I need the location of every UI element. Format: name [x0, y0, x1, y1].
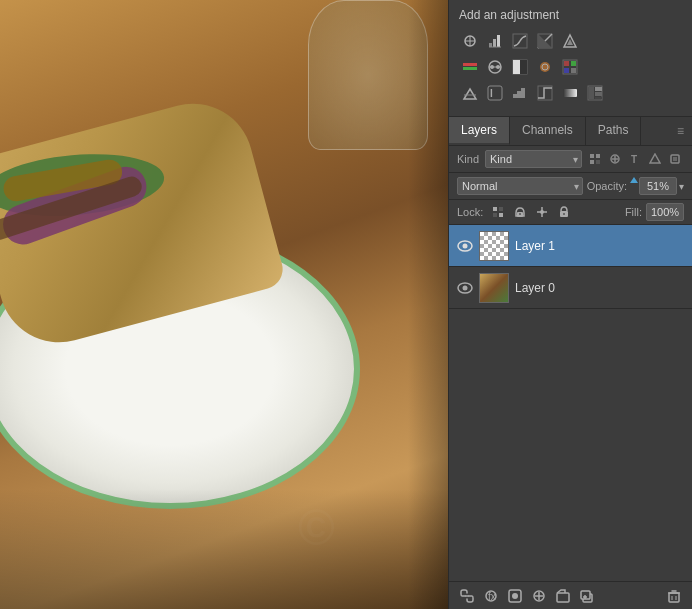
svg-point-48	[540, 210, 544, 214]
brightness-contrast-icon[interactable]	[459, 30, 481, 52]
adjustment-section: Add an adjustment	[449, 0, 692, 117]
channel-mixer-icon[interactable]	[559, 56, 581, 78]
layers-list: Layer 1 Layer 0	[449, 225, 692, 581]
svg-rect-9	[463, 67, 477, 70]
svg-rect-42	[493, 213, 497, 217]
new-group-button[interactable]	[553, 586, 573, 606]
curves-icon[interactable]	[509, 30, 531, 52]
add-layer-style-button[interactable]: fx	[481, 586, 501, 606]
add-mask-button[interactable]	[505, 586, 525, 606]
new-fill-adjustment-button[interactable]	[529, 586, 549, 606]
exposure-icon[interactable]	[534, 30, 556, 52]
svg-point-50	[563, 213, 565, 215]
photo-filter-icon[interactable]	[534, 56, 556, 78]
svg-point-54	[463, 285, 468, 290]
svg-rect-18	[564, 61, 569, 66]
svg-rect-33	[596, 154, 600, 158]
delete-layer-button[interactable]	[664, 586, 684, 606]
lock-transparent-icon[interactable]	[489, 203, 507, 221]
tab-layers[interactable]: Layers	[449, 117, 510, 145]
filter-smart-icon[interactable]	[666, 150, 684, 168]
layers-toolbar: fx	[449, 581, 692, 609]
hue-saturation-icon[interactable]	[459, 56, 481, 78]
posterize-icon[interactable]	[509, 82, 531, 104]
svg-rect-31	[595, 97, 602, 99]
kind-row: Kind Kind ▾	[449, 146, 692, 173]
kind-select[interactable]: Kind	[485, 150, 582, 168]
menu-lines-icon: ≡	[677, 124, 684, 138]
kind-label: Kind	[457, 153, 479, 165]
svg-rect-35	[596, 160, 600, 164]
selective-color-icon[interactable]	[584, 82, 606, 104]
svg-text:©: ©	[298, 500, 335, 556]
svg-rect-3	[493, 39, 496, 47]
lock-image-icon[interactable]	[511, 203, 529, 221]
svg-rect-28	[589, 87, 594, 99]
layer-item-layer0[interactable]: Layer 0	[449, 267, 692, 309]
lock-row: Lock:	[449, 200, 692, 225]
svg-rect-30	[595, 92, 602, 96]
canvas-area: ©	[0, 0, 448, 609]
layer-item-layer1[interactable]: Layer 1	[449, 225, 692, 267]
tabs-row: Layers Channels Paths ≡	[449, 117, 692, 146]
svg-rect-34	[590, 160, 594, 164]
watermark: ©	[288, 485, 408, 579]
tab-channels[interactable]: Channels	[510, 117, 586, 145]
color-lookup-icon[interactable]	[459, 82, 481, 104]
svg-point-59	[512, 593, 518, 599]
adjustment-title: Add an adjustment	[459, 8, 682, 22]
adjustment-icons-row2	[459, 56, 682, 78]
svg-rect-32	[590, 154, 594, 158]
svg-point-45	[519, 213, 521, 215]
svg-rect-41	[499, 207, 503, 211]
fill-value[interactable]: 100%	[646, 203, 684, 221]
black-white-icon[interactable]	[509, 56, 531, 78]
levels-icon[interactable]	[484, 30, 506, 52]
layer1-visibility-toggle[interactable]	[457, 238, 473, 254]
lock-all-icon[interactable]	[555, 203, 573, 221]
right-panel: Add an adjustment	[448, 0, 692, 609]
filter-shape-icon[interactable]	[646, 150, 664, 168]
svg-rect-8	[463, 63, 477, 66]
filter-pixel-icon[interactable]	[586, 150, 604, 168]
adjustment-icons-row1	[459, 30, 682, 52]
svg-text:I: I	[490, 88, 493, 99]
blend-mode-select[interactable]: Normal	[457, 177, 583, 195]
panel-menu-button[interactable]: ≡	[669, 117, 692, 145]
vibrance-icon[interactable]	[559, 30, 581, 52]
svg-rect-26	[563, 89, 577, 97]
opacity-dropdown-arrow[interactable]: ▾	[679, 181, 684, 192]
gradient-map-icon[interactable]	[559, 82, 581, 104]
color-balance-icon[interactable]	[484, 56, 506, 78]
lock-icons	[489, 203, 573, 221]
svg-rect-39	[673, 157, 677, 161]
threshold-icon[interactable]	[534, 82, 556, 104]
fill-area: Fill: 100%	[625, 203, 684, 221]
lock-position-icon[interactable]	[533, 203, 551, 221]
svg-rect-63	[557, 593, 569, 602]
link-layers-button[interactable]	[457, 586, 477, 606]
invert-icon[interactable]: I	[484, 82, 506, 104]
svg-rect-4	[497, 35, 500, 47]
layer0-visibility-toggle[interactable]	[457, 280, 473, 296]
tab-paths[interactable]: Paths	[586, 117, 642, 145]
svg-rect-19	[571, 61, 576, 66]
svg-rect-29	[595, 87, 602, 91]
svg-rect-2	[489, 43, 492, 47]
opacity-label: Opacity:	[587, 180, 627, 192]
svg-text:T: T	[631, 154, 637, 165]
fill-label: Fill:	[625, 206, 642, 218]
adjustment-icons-row3: I	[459, 82, 682, 104]
canvas-image: ©	[0, 0, 448, 609]
opacity-value[interactable]: 51%	[639, 177, 677, 195]
kind-filter-icons: T	[586, 150, 684, 168]
layer1-name: Layer 1	[515, 239, 684, 253]
filter-adjustment-icon[interactable]	[606, 150, 624, 168]
svg-point-52	[463, 243, 468, 248]
new-layer-button[interactable]	[577, 586, 597, 606]
svg-rect-68	[669, 593, 679, 602]
filter-type-icon[interactable]: T	[626, 150, 644, 168]
svg-rect-40	[493, 207, 497, 211]
layer0-name: Layer 0	[515, 281, 684, 295]
lock-label: Lock:	[457, 206, 483, 218]
